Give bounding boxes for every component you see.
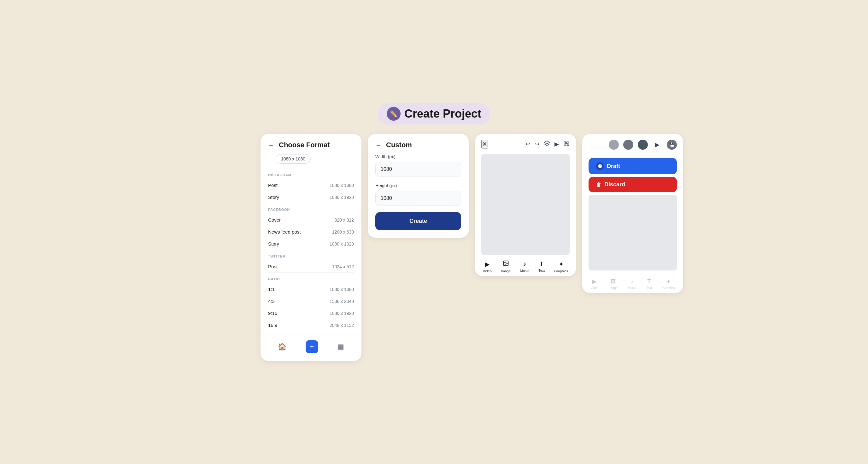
- editor-bottom-bar: ▶ Video Image ♪ Music: [475, 255, 576, 276]
- graphics-label: Graphics: [554, 269, 568, 273]
- action-tool-image: 🖼 Image: [609, 278, 618, 290]
- list-item[interactable]: 4:3 1536 x 2048: [268, 295, 354, 307]
- format-name: Post: [268, 183, 278, 188]
- home-button[interactable]: 🏠: [278, 343, 286, 351]
- format-size: 1080 x 1920: [330, 195, 354, 200]
- format-name: Post: [268, 264, 278, 269]
- svg-marker-0: [545, 141, 550, 144]
- width-group: Width (px): [368, 154, 469, 177]
- video-label: Video: [483, 269, 492, 273]
- list-item[interactable]: News feed post 1200 x 630: [268, 226, 354, 238]
- format-name: News feed post: [268, 229, 301, 234]
- format-size: 1200 x 630: [332, 230, 354, 234]
- format-size: 2048 x 1152: [330, 323, 354, 328]
- list-item[interactable]: Post 1024 x 512: [268, 261, 354, 273]
- text-label: Text: [538, 269, 545, 272]
- section-twitter: TWITTER: [268, 254, 354, 258]
- action-tool-text: T Text: [646, 278, 652, 290]
- save-icon[interactable]: [563, 140, 569, 148]
- action-bottom-bar: ▶ Video 🖼 Image ♪ Music T Text ✦ Grap: [582, 273, 683, 293]
- height-group: Height (px): [368, 183, 469, 206]
- format-name: 1:1: [268, 287, 275, 292]
- grid-button[interactable]: ▦: [338, 343, 344, 351]
- tool-music[interactable]: ♪ Music: [520, 260, 529, 273]
- cards-row: ← Choose Format 1080 x 1080 INSTAGRAM Po…: [260, 134, 608, 361]
- format-title: Choose Format: [279, 141, 330, 149]
- avatar-3: [638, 140, 648, 150]
- avatar-1: [609, 140, 619, 150]
- list-item[interactable]: Cover 820 x 312: [268, 214, 354, 226]
- editor-canvas: [481, 154, 569, 255]
- card-editor: ✕ ↩ ↪ ▶: [475, 134, 576, 276]
- header-title: Create Project: [404, 107, 481, 121]
- layers-icon[interactable]: [544, 140, 550, 148]
- list-item[interactable]: Post 1080 x 1080: [268, 179, 354, 191]
- header-badge: ✏️ Create Project: [378, 103, 490, 125]
- action-graphics-label: Graphics: [662, 286, 675, 290]
- custom-header: ← Custom: [368, 134, 469, 154]
- card-draft-discard: ▶ 💾 🕐 Draft 🗑 Discard ▶ Video 🖼 Image: [582, 134, 683, 293]
- width-input[interactable]: [375, 162, 461, 177]
- format-name: 16:9: [268, 323, 277, 328]
- discard-trash-icon: 🗑: [596, 182, 601, 188]
- action-play-icon[interactable]: ▶: [652, 140, 662, 150]
- draft-label: Draft: [607, 163, 620, 170]
- music-icon: ♪: [523, 260, 526, 268]
- card-choose-format: ← Choose Format 1080 x 1080 INSTAGRAM Po…: [260, 134, 362, 361]
- home-icon: 🏠: [278, 343, 286, 351]
- play-icon[interactable]: ▶: [555, 141, 559, 147]
- format-name: 9:16: [268, 310, 277, 316]
- action-canvas: [589, 195, 677, 270]
- action-video-label: Video: [590, 286, 598, 290]
- action-tool-graphics: ✦ Graphics: [662, 278, 675, 290]
- format-header: ← Choose Format: [260, 134, 362, 154]
- action-image-label: Image: [609, 286, 618, 290]
- list-item[interactable]: 1:1 1080 x 1080: [268, 284, 354, 295]
- action-text-label: Text: [646, 286, 652, 290]
- add-button[interactable]: +: [306, 340, 318, 353]
- draft-button[interactable]: 🕐 Draft: [589, 158, 677, 174]
- format-size: 1080 x 1920: [330, 241, 354, 246]
- section-ratio: RATIO: [268, 277, 354, 281]
- format-name: Cover: [268, 217, 281, 223]
- text-icon: T: [540, 261, 544, 267]
- close-button[interactable]: ✕: [481, 140, 488, 148]
- format-size: 1024 x 512: [332, 264, 354, 269]
- tool-graphics[interactable]: ✦ Graphics: [554, 260, 568, 273]
- section-instagram: INSTAGRAM: [268, 173, 354, 177]
- main-container: ✏️ Create Project ← Choose Format 1080 x…: [260, 103, 608, 361]
- list-item[interactable]: Story 1080 x 1920: [268, 191, 354, 203]
- editor-toolbar: ✕ ↩ ↪ ▶: [475, 134, 576, 154]
- format-back-button[interactable]: ←: [268, 141, 274, 149]
- undo-icon[interactable]: ↩: [525, 141, 530, 147]
- format-name: 4:3: [268, 299, 275, 304]
- custom-title: Custom: [386, 141, 412, 149]
- format-selected-badge: 1080 x 1080: [276, 154, 311, 164]
- create-button[interactable]: Create: [375, 212, 461, 230]
- format-list: INSTAGRAM Post 1080 x 1080 Story 1080 x …: [260, 173, 362, 331]
- tool-text[interactable]: T Text: [538, 261, 545, 272]
- pencil-icon: ✏️: [387, 107, 401, 121]
- format-name: Story: [268, 195, 279, 200]
- format-size: 1080 x 1080: [330, 287, 354, 292]
- height-input[interactable]: [375, 191, 461, 206]
- action-tool-video: ▶ Video: [590, 278, 598, 290]
- format-size: 1080 x 1920: [330, 311, 354, 316]
- discard-button[interactable]: 🗑 Discard: [589, 177, 677, 192]
- width-label: Width (px): [375, 154, 461, 159]
- custom-back-button[interactable]: ←: [375, 141, 382, 149]
- format-size: 1536 x 2048: [330, 299, 354, 304]
- tool-video[interactable]: ▶ Video: [483, 260, 492, 273]
- graphics-icon: ✦: [559, 260, 564, 268]
- image-label: Image: [501, 269, 510, 273]
- list-item[interactable]: 9:16 1080 x 1920: [268, 307, 354, 319]
- list-item[interactable]: 16:9 2048 x 1152: [268, 319, 354, 331]
- action-graphics-icon: ✦: [666, 278, 671, 285]
- video-icon: ▶: [485, 260, 490, 268]
- action-save-icon[interactable]: 💾: [667, 140, 677, 150]
- image-icon: [503, 260, 509, 268]
- list-item[interactable]: Story 1080 x 1920: [268, 238, 354, 250]
- tool-image[interactable]: Image: [501, 260, 510, 273]
- redo-icon[interactable]: ↪: [535, 141, 539, 147]
- grid-icon: ▦: [338, 343, 344, 351]
